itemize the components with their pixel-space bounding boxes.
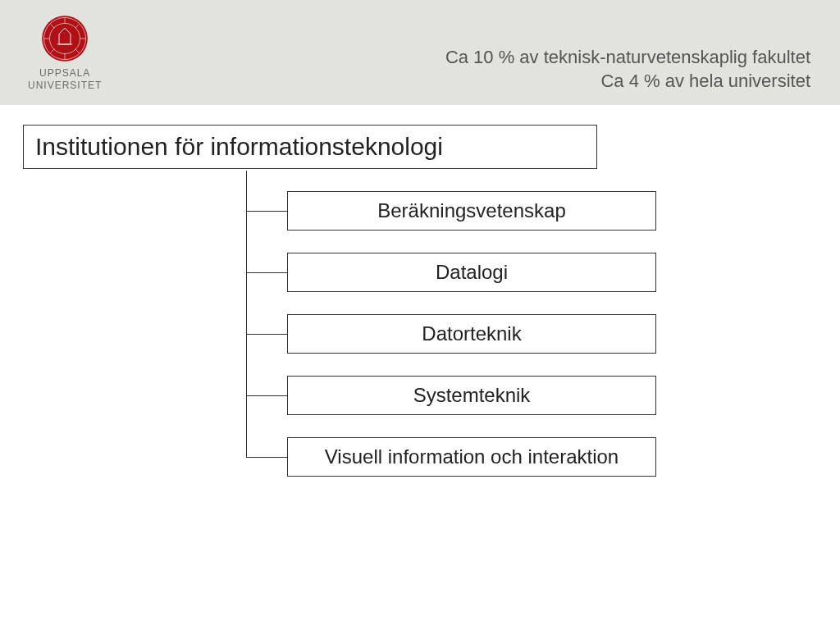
connector-branch <box>246 211 287 212</box>
org-child-box: Visuell information och interaktion <box>287 437 656 477</box>
org-child-label: Visuell information och interaktion <box>325 445 619 468</box>
org-child-label: Datorteknik <box>422 322 521 345</box>
org-child-box: Datorteknik <box>287 314 656 354</box>
connector-branch <box>246 395 287 396</box>
header-facts: Ca 10 % av teknisk-naturvetenskaplig fak… <box>445 45 810 94</box>
org-child-box: Systemteknik <box>287 376 656 415</box>
org-child-label: Systemteknik <box>413 384 531 407</box>
org-child-box: Datalogi <box>287 253 656 292</box>
org-child-label: Datalogi <box>436 261 508 284</box>
university-seal-icon <box>41 15 89 62</box>
org-root-label: Institutionen för informationsteknologi <box>35 133 443 161</box>
university-name: UPPSALA UNIVERSITET <box>28 67 102 92</box>
university-logo: UPPSALA UNIVERSITET <box>28 15 102 92</box>
org-child-label: Beräkningsvetenskap <box>377 199 565 222</box>
org-root-box: Institutionen för informationsteknologi <box>23 125 597 169</box>
connector-branch <box>246 334 287 335</box>
org-child-box: Beräkningsvetenskap <box>287 191 656 231</box>
connector-trunk <box>246 171 247 457</box>
university-name-line1: UPPSALA <box>28 67 102 80</box>
org-chart: Institutionen för informationsteknologi … <box>0 105 840 630</box>
fact-line-1: Ca 10 % av teknisk-naturvetenskaplig fak… <box>445 45 810 70</box>
slide-header: UPPSALA UNIVERSITET Ca 10 % av teknisk-n… <box>0 0 840 105</box>
university-name-line2: UNIVERSITET <box>28 80 102 92</box>
fact-line-2: Ca 4 % av hela universitet <box>445 69 810 94</box>
connector-branch <box>246 457 287 458</box>
connector-branch <box>246 272 287 273</box>
